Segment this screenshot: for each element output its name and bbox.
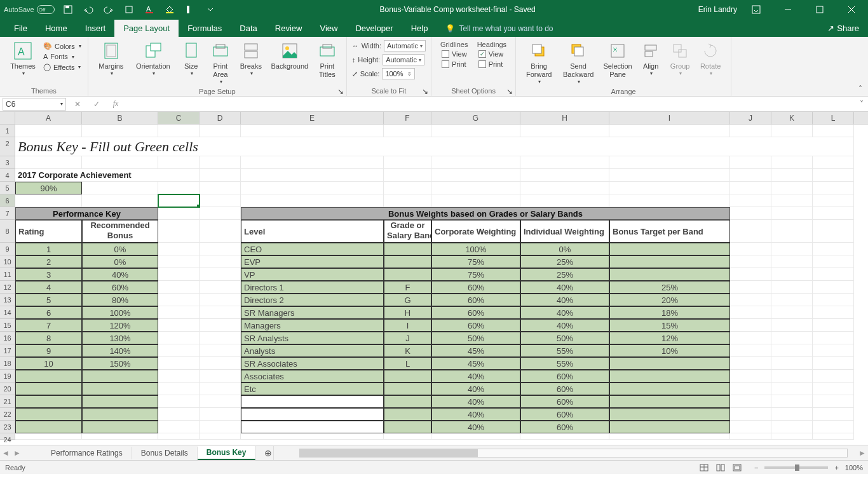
- cell[interactable]: 60%: [431, 294, 520, 306]
- cell[interactable]: [158, 156, 200, 169]
- cell[interactable]: [609, 125, 730, 137]
- cell[interactable]: [730, 125, 771, 137]
- cell[interactable]: [609, 156, 730, 169]
- close-icon[interactable]: [839, 0, 864, 19]
- cell[interactable]: 12%: [609, 332, 730, 344]
- cell[interactable]: [431, 156, 520, 169]
- gridlines-print-checkbox[interactable]: Print: [440, 60, 468, 69]
- cell[interactable]: SR Associates: [241, 357, 384, 370]
- row-header[interactable]: 15: [0, 319, 15, 332]
- cell[interactable]: 60%: [520, 370, 609, 383]
- cell[interactable]: 40%: [82, 268, 158, 281]
- cell[interactable]: 40%: [520, 281, 609, 294]
- tab-page-layout[interactable]: Page Layout: [114, 20, 179, 37]
- font-color-icon[interactable]: A: [142, 3, 156, 17]
- row-header[interactable]: 1: [0, 125, 15, 137]
- cell[interactable]: [730, 281, 771, 294]
- cell[interactable]: [771, 207, 813, 220]
- cell[interactable]: 60%: [82, 281, 158, 294]
- cell[interactable]: [813, 169, 854, 182]
- cell[interactable]: [520, 433, 609, 440]
- cell[interactable]: [771, 255, 813, 268]
- cell[interactable]: [158, 344, 200, 357]
- scale-spinner[interactable]: 100%⇕: [382, 68, 415, 79]
- cell[interactable]: 25%: [520, 255, 609, 268]
- cell[interactable]: 90%: [15, 182, 82, 194]
- col-header[interactable]: E: [241, 112, 384, 124]
- cell[interactable]: 40%: [431, 421, 520, 433]
- cell[interactable]: [730, 207, 771, 220]
- cell[interactable]: Grade or Salary Band: [384, 220, 431, 243]
- cell[interactable]: [158, 281, 200, 294]
- cell[interactable]: 7: [15, 319, 82, 332]
- cell[interactable]: 15%: [609, 319, 730, 332]
- cell[interactable]: [609, 243, 730, 255]
- redo-icon[interactable]: [102, 3, 116, 17]
- height-combo[interactable]: Automatic▾: [383, 54, 424, 65]
- col-header[interactable]: D: [200, 112, 241, 124]
- cell[interactable]: [82, 182, 158, 194]
- cell[interactable]: [730, 306, 771, 319]
- cell[interactable]: 2: [15, 255, 82, 268]
- cell[interactable]: [158, 421, 200, 433]
- cell[interactable]: [82, 125, 158, 137]
- gridlines-view-checkbox[interactable]: View: [440, 50, 468, 58]
- cell[interactable]: J: [384, 332, 431, 344]
- cell[interactable]: Associates: [241, 370, 384, 383]
- cell[interactable]: 40%: [431, 370, 520, 383]
- cell[interactable]: [730, 421, 771, 433]
- cell[interactable]: 50%: [520, 332, 609, 344]
- cell[interactable]: [730, 255, 771, 268]
- spreadsheet-grid[interactable]: A B C D E F G H I J K L 12Bonus Key - Fi…: [0, 112, 868, 445]
- cell[interactable]: [609, 194, 730, 207]
- cell[interactable]: [730, 344, 771, 357]
- cell[interactable]: Analysts: [241, 344, 384, 357]
- cell[interactable]: [730, 268, 771, 281]
- row-header[interactable]: 21: [0, 395, 15, 408]
- tab-home[interactable]: Home: [36, 20, 76, 37]
- cell[interactable]: [200, 395, 241, 408]
- cell[interactable]: I: [384, 319, 431, 332]
- maximize-icon[interactable]: [807, 0, 832, 19]
- cell[interactable]: [520, 182, 609, 194]
- cell[interactable]: 60%: [520, 395, 609, 408]
- cell[interactable]: [158, 319, 200, 332]
- column-headers[interactable]: A B C D E F G H I J K L: [0, 112, 868, 125]
- cell[interactable]: [813, 332, 854, 344]
- page-setup-launcher-icon[interactable]: ↘: [337, 87, 345, 95]
- row-header[interactable]: 13: [0, 294, 15, 306]
- cell[interactable]: [384, 255, 431, 268]
- cell[interactable]: [771, 319, 813, 332]
- cell[interactable]: [813, 281, 854, 294]
- cell[interactable]: 60%: [431, 281, 520, 294]
- cell[interactable]: [158, 395, 200, 408]
- row-header[interactable]: 18: [0, 357, 15, 370]
- cell[interactable]: [200, 156, 241, 169]
- cell[interactable]: [730, 319, 771, 332]
- cell[interactable]: [200, 207, 241, 220]
- cell[interactable]: 50%: [431, 332, 520, 344]
- row-header[interactable]: 8: [0, 220, 15, 243]
- cell[interactable]: [813, 344, 854, 357]
- cell[interactable]: SR Managers: [241, 306, 384, 319]
- cell[interactable]: 45%: [431, 344, 520, 357]
- share-button[interactable]: ↗ Share: [818, 20, 868, 37]
- cell[interactable]: 100%: [82, 306, 158, 319]
- cell[interactable]: Directors 1: [241, 281, 384, 294]
- cell[interactable]: 40%: [431, 408, 520, 421]
- cell[interactable]: 0%: [520, 243, 609, 255]
- cell[interactable]: [730, 156, 771, 169]
- zoom-in-button[interactable]: +: [832, 464, 841, 471]
- cell[interactable]: [813, 268, 854, 281]
- orientation-button[interactable]: Orientation▾: [130, 39, 176, 78]
- cell[interactable]: [520, 169, 609, 182]
- tab-view[interactable]: View: [311, 20, 346, 37]
- cell[interactable]: [200, 268, 241, 281]
- cell[interactable]: [158, 306, 200, 319]
- cell[interactable]: Individual Weighting: [520, 220, 609, 243]
- background-button[interactable]: Background: [268, 39, 312, 72]
- cell[interactable]: [609, 383, 730, 395]
- cell[interactable]: 100%: [431, 243, 520, 255]
- row-header[interactable]: 7: [0, 207, 15, 220]
- breaks-button[interactable]: Breaks▾: [236, 39, 266, 78]
